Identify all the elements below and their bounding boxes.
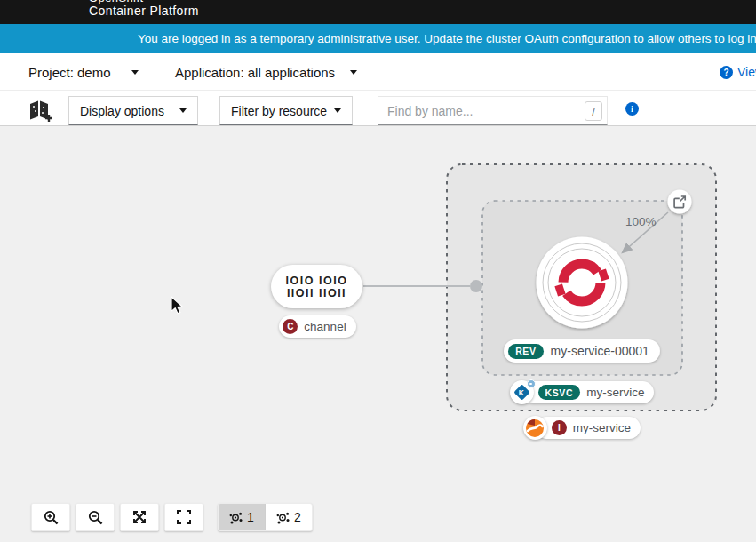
knative-gear-decorator-icon (527, 379, 536, 388)
expand-arrows-icon (132, 510, 147, 524)
integration-kind-badge: I (552, 420, 567, 435)
application-menu[interactable]: Application: all applications (175, 53, 357, 91)
filter-by-resource-label: Filter by resource (231, 104, 327, 118)
graph-1-label: 1 (247, 510, 254, 524)
knative-service-name: my-service (586, 386, 644, 399)
find-by-name-input[interactable] (378, 97, 607, 124)
find-by-name-field: / (378, 96, 608, 125)
ksvc-kind-badge: KSVC (538, 385, 581, 400)
logo-line-bottom: Container Platform (89, 4, 199, 18)
channel-name: channel (304, 320, 346, 333)
project-menu[interactable]: Project: demo (28, 53, 139, 91)
caret-down-icon (179, 108, 187, 113)
temporary-admin-banner: You are logged in as a temporary adminis… (0, 24, 756, 53)
openshift-console: OpenShift Container Platform You are log… (0, 0, 756, 542)
revision-kind-badge: REV (508, 344, 543, 359)
integration-label[interactable]: I my-service (536, 417, 641, 439)
corner-brackets-icon (177, 510, 191, 524)
topology-graph-icon (229, 511, 243, 524)
display-options-label: Display options (80, 104, 164, 118)
revision-name: my-service-00001 (551, 344, 649, 358)
topology-graph-icon (276, 511, 290, 524)
graph-2-label: 2 (294, 510, 301, 524)
channel-kind-badge: C (283, 319, 298, 334)
graph-2-button[interactable]: 2 (265, 504, 312, 530)
caret-down-icon (350, 70, 357, 75)
integration-name: my-service (573, 421, 631, 434)
filter-by-resource-dropdown[interactable]: Filter by resource (219, 96, 353, 125)
edge-endpoint-dot (470, 280, 482, 292)
camel-k-icon (523, 416, 547, 440)
slash-shortcut-badge: / (585, 101, 602, 121)
topology-canvas[interactable]: IOIO IOIO IIOII IIOII C channel 100% REV… (0, 126, 756, 542)
mouse-cursor (171, 296, 186, 316)
zoom-in-icon (44, 510, 59, 525)
project-label: Project: demo (28, 65, 111, 80)
fit-to-screen-button[interactable] (120, 503, 159, 531)
zoom-out-icon (88, 510, 103, 525)
revision-node[interactable] (537, 237, 628, 329)
info-icon[interactable]: i (625, 102, 639, 116)
graph-1-button[interactable]: 1 (219, 504, 265, 530)
open-url-decorator[interactable] (668, 190, 692, 214)
banner-text: You are logged in as a temporary adminis… (138, 24, 756, 53)
traffic-percent-label: 100% (625, 215, 657, 228)
application-label: Application: all applications (175, 65, 335, 80)
graph-selector: 1 2 (218, 503, 313, 531)
question-circle-icon: ? (720, 66, 733, 79)
caret-down-icon (334, 108, 341, 113)
banner-prefix: You are logged in as a temporary adminis… (138, 32, 486, 45)
banner-suffix: to allow others to log in. (631, 32, 756, 45)
display-options-dropdown[interactable]: Display options (68, 96, 198, 125)
topology-toolbar: Display options Filter by resource / i (0, 91, 756, 126)
view-shortcuts-link[interactable]: ? View shortcuts (720, 53, 756, 91)
channel-binary-icon: IOIO IOIO (286, 275, 348, 287)
masthead: OpenShift Container Platform (0, 0, 756, 24)
caret-down-icon (131, 70, 139, 75)
help-label: View shortcuts (737, 65, 756, 79)
cluster-oauth-link[interactable]: cluster OAuth configuration (486, 32, 631, 45)
zoom-in-button[interactable] (31, 503, 70, 531)
knative-service-label[interactable]: KSVC my-service (522, 381, 655, 403)
channel-label[interactable]: C channel (279, 315, 355, 338)
quick-add-map-icon[interactable] (28, 100, 54, 123)
context-bar: Project: demo Application: all applicati… (0, 53, 756, 91)
zoom-out-button[interactable] (76, 503, 115, 531)
channel-binary-icon: IIOII IIOII (287, 287, 346, 299)
channel-node[interactable]: IOIO IOIO IIOII IIOII (271, 265, 362, 308)
knative-icon: K (510, 380, 534, 404)
reset-view-button[interactable] (164, 503, 203, 531)
revision-label[interactable]: REV my-service-00001 (504, 339, 660, 363)
